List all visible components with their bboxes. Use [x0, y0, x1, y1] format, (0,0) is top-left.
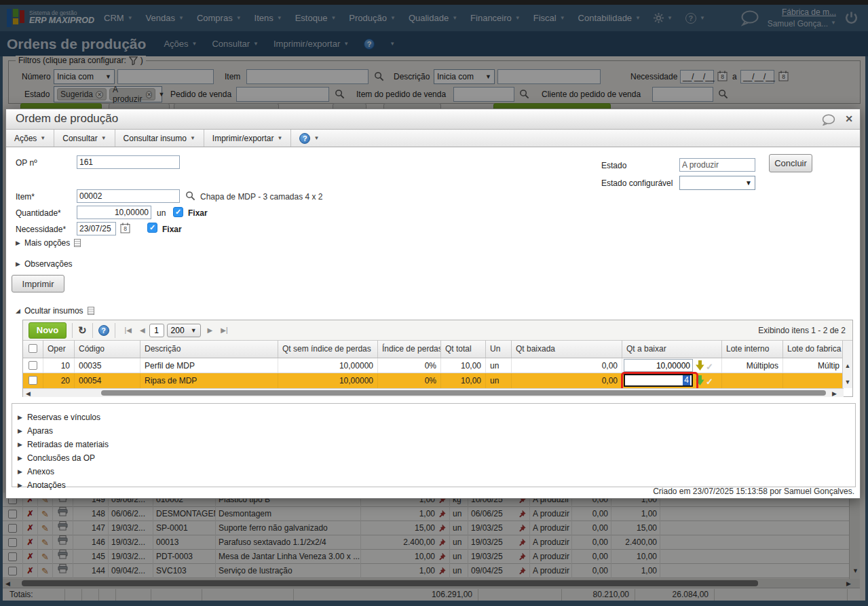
grid-toolbar: Novo ↻ ? |◀ ◀ 1 200▼ ▶ ▶| Exibindo itens… [23, 320, 852, 341]
observacoes-toggle[interactable]: ▶Observações [16, 259, 73, 269]
estado-configuravel-label: Estado configurável [601, 178, 673, 188]
modal-menu-consultar-insumo[interactable]: Consultar insumo▼ [115, 130, 204, 147]
ins-qt-total: 10,00 [441, 373, 486, 388]
qt-a-baixar-input[interactable] [624, 359, 693, 372]
estado-input[interactable] [679, 158, 755, 172]
concluir-button[interactable]: Concluir [769, 154, 812, 172]
section-reservas[interactable]: ▶Reservas e vínculos [18, 411, 855, 424]
baixar-arrow-icon[interactable] [696, 375, 704, 385]
fixar-quantidade-checkbox[interactable]: ✓ [173, 207, 183, 217]
chevron-right-icon: ▶ [18, 482, 22, 489]
chevron-down-icon: ▼ [278, 135, 283, 141]
page-number-box[interactable]: 1 [149, 324, 164, 337]
next-page-icon[interactable]: ▶ [208, 326, 213, 334]
prev-page-icon[interactable]: ◀ [140, 326, 145, 334]
modal-menu-acoes[interactable]: Ações▼ [6, 130, 54, 147]
col-un[interactable]: Un [486, 341, 512, 358]
scroll-left-icon[interactable]: ◀ [26, 390, 31, 397]
col-lote-interno[interactable]: Lote interno [722, 341, 783, 358]
fixar-necessidade-checkbox[interactable]: ✓ [147, 223, 157, 233]
op-number-input[interactable] [77, 155, 180, 169]
grid-help-button[interactable]: ? [98, 325, 109, 336]
col-qt-total[interactable]: Qt total [441, 341, 486, 358]
chevron-right-icon: ▶ [18, 441, 22, 448]
qt-a-baixar-input-focused[interactable]: 4 [624, 374, 693, 387]
grid-horizontal-scrollbar[interactable]: ◀ ▶ [23, 388, 844, 397]
col-qt-baixada[interactable]: Qt baixada [512, 341, 622, 358]
baixar-arrow-icon[interactable] [696, 360, 704, 371]
col-descricao[interactable]: Descrição [140, 341, 278, 358]
mais-opcoes-toggle[interactable]: ▶Mais opções [16, 238, 81, 248]
novo-button[interactable]: Novo [29, 322, 67, 339]
chevron-down-icon: ▼ [40, 135, 45, 141]
note-icon[interactable] [88, 307, 94, 315]
refresh-icon[interactable]: ↻ [78, 324, 87, 337]
quantidade-input[interactable] [77, 206, 151, 219]
select-all-checkbox[interactable] [29, 344, 37, 353]
ins-codigo: 00035 [75, 358, 140, 373]
quantidade-label: Quantidade* [16, 208, 61, 218]
item-description: Chapa de MDP - 3 camadas 4 x 2 [200, 192, 323, 202]
ins-row-selected[interactable]: 20 00054 Ripas de MDP 10,00000 0% 10,00 … [23, 373, 844, 388]
scroll-down-icon[interactable]: ▼ [843, 379, 852, 385]
row-checkbox[interactable] [29, 376, 37, 385]
close-icon[interactable]: ✕ [845, 113, 853, 124]
ins-indice: 0% [378, 358, 441, 373]
section-conclusoes[interactable]: ▶Conclusões da OP [18, 451, 855, 465]
col-qt-sem-indice[interactable]: Qt sem índice de perdas [278, 341, 378, 358]
col-lote-fabricante[interactable]: Lote do fabrica [783, 341, 844, 358]
scroll-right-icon[interactable]: ▶ [832, 390, 837, 397]
chevron-down-icon: ▼ [101, 135, 107, 141]
confirm-check-icon[interactable]: ✓ [706, 360, 713, 373]
necessidade-input[interactable] [77, 222, 116, 235]
confirm-check-icon[interactable]: ✓ [706, 375, 713, 388]
ins-row[interactable]: 10 00035 Perfil de MDP 10,00000 0% 10,00… [23, 358, 844, 373]
ins-lote-fabricante: Múltip [783, 358, 844, 373]
calendar-icon[interactable]: 8 [120, 223, 130, 233]
chevron-down-icon: ▼ [314, 135, 319, 141]
ins-oper: 10 [43, 358, 75, 373]
ocultar-insumos-toggle[interactable]: ◢Ocultar insumos [16, 306, 94, 316]
modal-help-button[interactable]: ?▼ [291, 130, 327, 147]
estado-label: Estado [601, 161, 626, 170]
chevron-right-icon: ▶ [18, 468, 22, 475]
modal-menu-imprimir-exportar[interactable]: Imprimir/exportar▼ [204, 130, 292, 147]
chevron-right-icon: ▶ [18, 455, 22, 461]
grid-vertical-scrollbar[interactable]: ▲ ▼ [842, 341, 852, 388]
order-modal: Ordem de produção ✕ Ações▼ Consultar▼ Co… [5, 109, 861, 499]
row-checkbox[interactable] [29, 361, 37, 370]
chevron-down-icon: ▼ [190, 135, 195, 141]
ins-descricao: Ripas de MDP [140, 373, 278, 388]
scrollbar-thumb[interactable] [101, 390, 826, 396]
col-qt-a-baixar[interactable]: Qt a baixar [622, 341, 722, 358]
chevron-right-icon: ▶ [18, 414, 22, 421]
section-anexos[interactable]: ▶Anexos [18, 465, 855, 478]
chat-bubble-icon[interactable] [822, 114, 835, 126]
modal-menu-consultar[interactable]: Consultar▼ [54, 130, 115, 147]
first-page-icon[interactable]: |◀ [125, 326, 132, 334]
chevron-right-icon: ▶ [16, 261, 20, 267]
search-icon[interactable] [185, 191, 195, 201]
section-retiradas[interactable]: ▶Retiradas de materiais [18, 438, 855, 451]
section-aparas[interactable]: ▶Aparas [18, 424, 855, 438]
col-indice-perdas[interactable]: Índice de perdas [378, 341, 441, 358]
ins-qt-sem: 10,00000 [278, 358, 378, 373]
chevron-right-icon: ▶ [16, 240, 20, 246]
modal-titlebar: Ordem de produção ✕ [6, 109, 860, 130]
item-input[interactable] [77, 189, 180, 203]
estado-configuravel-select[interactable]: ▼ [679, 176, 755, 190]
necessidade-label: Necessidade* [16, 225, 66, 234]
ins-indice: 0% [378, 373, 441, 388]
col-oper[interactable]: Oper [43, 341, 75, 358]
ins-qt-baixada: 0,00 [512, 373, 622, 388]
note-icon[interactable] [74, 239, 81, 247]
ins-lote-fabricante [783, 373, 844, 388]
scroll-up-icon[interactable]: ▲ [843, 362, 852, 369]
imprimir-button[interactable]: Imprimir [12, 275, 64, 292]
page-size-select[interactable]: 200▼ [167, 324, 201, 337]
svg-text:8: 8 [124, 225, 127, 232]
ins-qt-baixada: 0,00 [512, 358, 622, 373]
last-page-icon[interactable]: ▶| [221, 326, 227, 334]
col-codigo[interactable]: Código [75, 341, 140, 358]
fixar-label: Fixar [162, 225, 182, 234]
